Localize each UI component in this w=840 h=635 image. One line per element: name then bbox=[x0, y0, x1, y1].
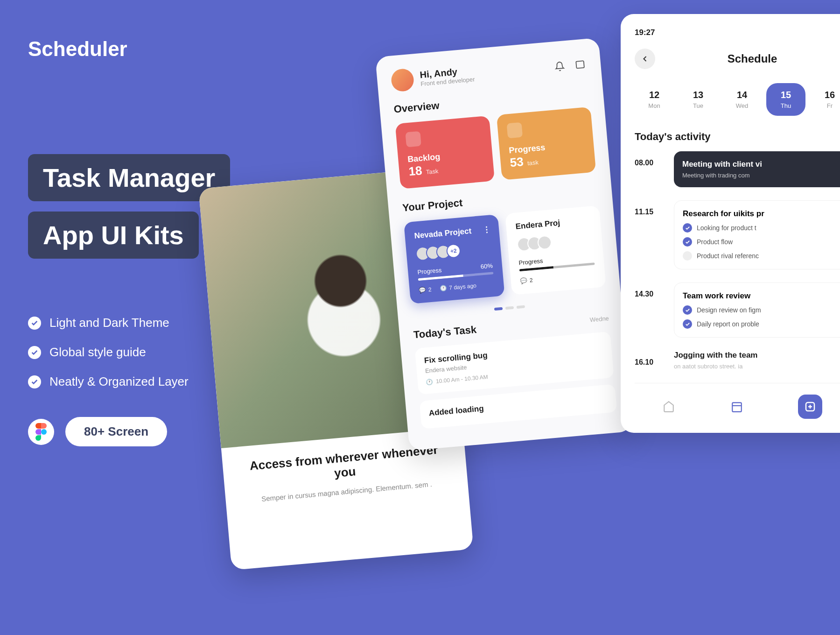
project-card-nevada[interactable]: Nevada Project⋮ +2 Progress60% 💬 2 🕐 7 d… bbox=[404, 214, 504, 304]
progress-label: Progress bbox=[417, 267, 442, 275]
home-icon[interactable] bbox=[662, 400, 676, 414]
day-picker[interactable]: 12Mon 13Tue 14Wed 15Thu 16Fr bbox=[635, 83, 840, 116]
activity-time: 11.15 bbox=[635, 200, 665, 269]
activity-card[interactable]: Team work review Design review on figm D… bbox=[674, 282, 840, 338]
task-title: Added loading bbox=[428, 393, 608, 418]
activity-card[interactable]: Research for uikits pr Looking for produ… bbox=[674, 200, 840, 269]
calendar-icon bbox=[405, 131, 421, 148]
activity-subtitle: Meeting with trading com bbox=[682, 172, 840, 179]
headline-1: Task Manager bbox=[28, 154, 230, 201]
day-tue[interactable]: 13Tue bbox=[679, 83, 718, 116]
more-icon[interactable]: ⋮ bbox=[482, 225, 490, 235]
svg-rect-2 bbox=[732, 402, 742, 412]
task-day: Wedne bbox=[589, 315, 609, 324]
activity-heading: Today's activity bbox=[635, 131, 840, 143]
svg-rect-1 bbox=[576, 61, 584, 68]
figma-icon bbox=[28, 419, 54, 445]
activity-item: Daily report on proble bbox=[697, 320, 759, 328]
activity-item: Product rival referenc bbox=[697, 252, 759, 260]
check-icon bbox=[28, 317, 41, 330]
task-heading: Today's Task bbox=[413, 324, 477, 341]
activity-title: Team work review bbox=[683, 291, 840, 301]
schedule-screen: 19:27 Schedule 12Mon 13Tue 14Wed 15Thu 1… bbox=[621, 14, 840, 433]
calendar-icon[interactable] bbox=[730, 400, 744, 414]
activity-subtitle: on aatot subroto street. ia bbox=[674, 363, 840, 370]
day-thu[interactable]: 15Thu bbox=[766, 83, 805, 116]
add-button[interactable] bbox=[798, 395, 822, 419]
activity-title: Meeting with client vi bbox=[682, 160, 840, 169]
card-count: 18 bbox=[408, 163, 423, 179]
day-wed[interactable]: 14Wed bbox=[722, 83, 762, 116]
headline-2: App UI Kits bbox=[28, 212, 199, 259]
check-icon[interactable] bbox=[683, 319, 692, 329]
card-unit: task bbox=[527, 159, 539, 167]
activity-time: 08.00 bbox=[635, 151, 665, 187]
bottom-nav bbox=[635, 383, 840, 419]
progress-icon bbox=[506, 122, 523, 139]
home-screen: Hi, Andy Front end developer Overview Ba… bbox=[375, 38, 633, 451]
activity-title: Jogging with the team bbox=[674, 351, 840, 360]
check-icon[interactable] bbox=[683, 237, 692, 247]
bell-icon[interactable] bbox=[553, 59, 567, 73]
activity-item: Product flow bbox=[697, 238, 733, 246]
svg-point-0 bbox=[41, 429, 47, 435]
card-count: 53 bbox=[510, 155, 525, 170]
progress-label: Progress bbox=[518, 257, 543, 266]
check-icon[interactable] bbox=[683, 305, 692, 315]
back-button[interactable] bbox=[635, 49, 655, 69]
activity-title: Research for uikits pr bbox=[683, 209, 840, 219]
feature-text: Neatly & Organized Layer bbox=[49, 374, 189, 389]
day-mon[interactable]: 12Mon bbox=[635, 83, 674, 116]
progress-card[interactable]: Progress 53task bbox=[497, 107, 596, 180]
check-icon[interactable] bbox=[683, 251, 692, 261]
activity-item: Looking for product t bbox=[697, 224, 756, 232]
card-unit: Task bbox=[426, 168, 439, 176]
project-date: 🕐 7 days ago bbox=[440, 282, 477, 292]
day-fri[interactable]: 16Fr bbox=[810, 83, 840, 116]
project-title: Endera Proj bbox=[515, 218, 560, 231]
check-icon bbox=[28, 375, 41, 388]
task-card[interactable]: Fix scrolling bug Endera website 🕐 10.00… bbox=[415, 332, 614, 395]
status-bar-time: 19:27 bbox=[635, 28, 840, 37]
feature-text: Light and Dark Theme bbox=[49, 316, 169, 330]
comment-count: 💬 2 bbox=[419, 286, 432, 294]
activity-time: 14.30 bbox=[635, 282, 665, 338]
progress-value: 60% bbox=[480, 262, 493, 270]
activity-item: Design review on figm bbox=[697, 306, 761, 314]
comment-count: 💬 2 bbox=[520, 277, 533, 284]
activity-time: 16.10 bbox=[635, 351, 665, 370]
check-icon bbox=[28, 346, 41, 359]
backlog-card[interactable]: Backlog 18Task bbox=[395, 116, 495, 189]
page-title: Schedule bbox=[655, 52, 840, 65]
project-card-endera[interactable]: Endera Proj Progress 💬 2 bbox=[505, 205, 606, 295]
feature-text: Global style guide bbox=[49, 345, 146, 360]
screen-count-badge: 80+ Screen bbox=[65, 417, 167, 446]
project-title: Nevada Project bbox=[414, 226, 472, 241]
activity-card[interactable]: Meeting with client vi Meeting with trad… bbox=[674, 151, 840, 187]
inbox-icon[interactable] bbox=[573, 57, 587, 71]
user-avatar[interactable] bbox=[391, 68, 415, 92]
check-icon[interactable] bbox=[683, 223, 692, 233]
